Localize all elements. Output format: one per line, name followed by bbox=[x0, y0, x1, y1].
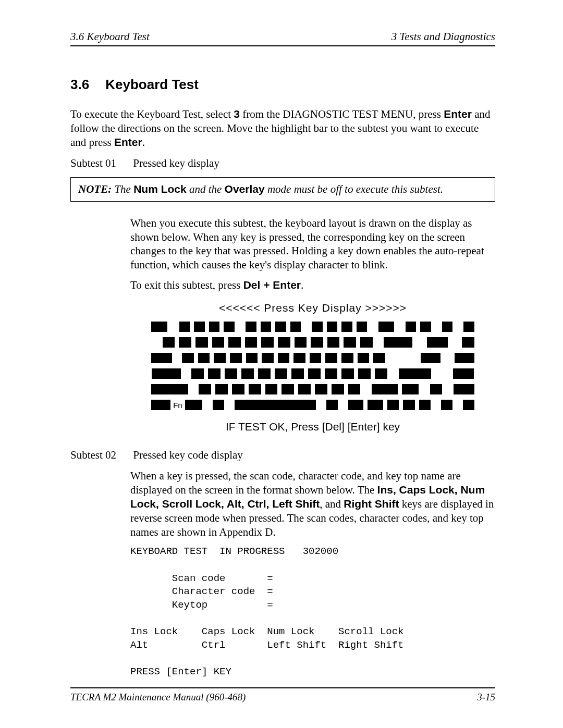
key-icon bbox=[348, 400, 364, 410]
key-icon bbox=[325, 353, 337, 363]
kbd-row bbox=[151, 322, 474, 332]
key-icon bbox=[373, 353, 385, 363]
key-icon bbox=[327, 337, 340, 348]
footer-left: TECRA M2 Maintenance Manual (960-468) bbox=[70, 692, 246, 703]
section-heading: 3.6 Keyboard Test bbox=[70, 77, 495, 93]
key-icon bbox=[246, 353, 258, 363]
key-icon bbox=[427, 337, 447, 348]
diagram-footer: IF TEST OK, Press [Del] [Enter] key bbox=[130, 421, 495, 433]
key-icon bbox=[442, 322, 453, 332]
key-icon bbox=[208, 368, 221, 379]
keyboard-diagram: <<<<<< Press Key Display >>>>>> bbox=[130, 302, 495, 433]
key-icon bbox=[182, 353, 194, 363]
subtest-01-title: Pressed key display bbox=[133, 157, 219, 169]
key-icon bbox=[358, 353, 370, 363]
subtest-01-line: Subtest 01 Pressed key display bbox=[70, 157, 495, 170]
key-icon bbox=[441, 400, 452, 410]
screen-output: KEYBOARD TEST IN PROGRESS 302000 Scan co… bbox=[130, 545, 495, 678]
key-icon bbox=[378, 322, 395, 332]
key-icon bbox=[213, 400, 224, 410]
key-icon bbox=[198, 353, 210, 363]
key-icon bbox=[402, 384, 419, 394]
key-icon bbox=[249, 384, 261, 394]
key-icon bbox=[194, 322, 205, 332]
subtest-02-line: Subtest 02 Pressed key code display bbox=[70, 449, 495, 462]
key-icon bbox=[372, 384, 398, 394]
key-icon bbox=[245, 337, 258, 348]
intro-paragraph: To execute the Keyboard Test, select 3 f… bbox=[70, 107, 495, 150]
running-header: 3.6 Keyboard Test 3 Tests and Diagnostic… bbox=[70, 30, 495, 46]
key-icon bbox=[368, 400, 383, 410]
key-icon bbox=[463, 322, 474, 332]
key-icon bbox=[215, 384, 228, 394]
key-icon bbox=[235, 400, 316, 410]
key-icon bbox=[278, 353, 290, 363]
subtest-02-label: Subtest 02 bbox=[70, 449, 130, 462]
key-icon bbox=[278, 337, 290, 348]
subtest-02-title: Pressed key code display bbox=[133, 449, 243, 461]
key-icon bbox=[375, 368, 387, 379]
note-box: NOTE: The Num Lock and the Overlay mode … bbox=[70, 177, 495, 202]
page: 3.6 Keyboard Test 3 Tests and Diagnostic… bbox=[0, 0, 563, 728]
key-icon bbox=[421, 353, 440, 363]
kbd-row bbox=[151, 353, 474, 363]
key-icon bbox=[358, 368, 371, 379]
section-number: 3.6 bbox=[70, 77, 102, 93]
key-icon bbox=[179, 337, 191, 348]
key-icon bbox=[265, 384, 278, 394]
key-icon bbox=[403, 400, 414, 410]
key-icon bbox=[151, 384, 188, 394]
key-icon bbox=[453, 368, 474, 379]
key-icon bbox=[308, 368, 321, 379]
key-icon bbox=[348, 384, 361, 394]
header-left: 3.6 Keyboard Test bbox=[70, 30, 150, 43]
key-icon bbox=[312, 322, 323, 332]
key-icon bbox=[291, 368, 304, 379]
key-icon bbox=[179, 322, 190, 332]
key-icon bbox=[406, 322, 417, 332]
running-footer: TECRA M2 Maintenance Manual (960-468) 3-… bbox=[70, 687, 495, 703]
key-icon bbox=[387, 400, 399, 410]
key-icon bbox=[246, 322, 256, 332]
key-icon bbox=[275, 368, 287, 379]
key-icon bbox=[241, 368, 254, 379]
key-icon bbox=[419, 400, 431, 410]
key-icon bbox=[455, 353, 474, 363]
key-icon bbox=[293, 353, 305, 363]
key-icon bbox=[463, 400, 474, 410]
key-icon bbox=[258, 368, 271, 379]
key-icon bbox=[214, 353, 226, 363]
subtest-01-label: Subtest 01 bbox=[70, 157, 130, 170]
key-icon bbox=[199, 384, 211, 394]
key-icon bbox=[315, 384, 327, 394]
header-right: 3 Tests and Diagnostics bbox=[391, 30, 495, 43]
key-icon bbox=[275, 322, 286, 332]
key-icon bbox=[195, 337, 208, 348]
key-icon bbox=[311, 337, 323, 348]
key-icon bbox=[225, 368, 237, 379]
key-icon bbox=[341, 322, 352, 332]
key-icon bbox=[384, 337, 412, 348]
key-icon bbox=[228, 337, 241, 348]
key-icon bbox=[399, 368, 431, 379]
key-icon bbox=[151, 353, 172, 363]
key-icon bbox=[185, 400, 202, 410]
key-icon bbox=[262, 353, 274, 363]
fn-key-label: Fn bbox=[173, 401, 182, 410]
key-icon bbox=[357, 322, 368, 332]
key-icon bbox=[212, 337, 225, 348]
key-icon bbox=[344, 337, 356, 348]
s02-paragraph: When a key is pressed, the scan code, ch… bbox=[130, 469, 495, 539]
section-title: Keyboard Test bbox=[105, 77, 199, 92]
key-icon bbox=[282, 384, 294, 394]
kbd-row: Fn bbox=[151, 400, 474, 410]
key-icon bbox=[290, 322, 301, 332]
kbd-row bbox=[151, 368, 474, 379]
key-icon bbox=[163, 337, 175, 348]
kbd-row bbox=[151, 337, 474, 348]
key-icon bbox=[462, 337, 474, 348]
keyboard-rows: Fn bbox=[151, 322, 474, 410]
key-icon bbox=[224, 322, 235, 332]
key-icon bbox=[191, 368, 204, 379]
key-icon bbox=[360, 337, 373, 348]
